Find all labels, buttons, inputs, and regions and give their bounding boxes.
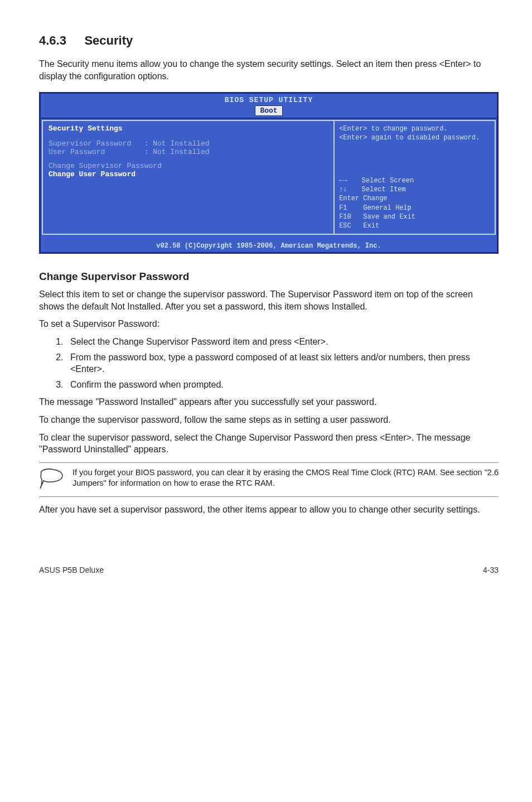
bios-change-user: Change User Password (49, 170, 328, 178)
bios-row-supervisor: Supervisor Password : Not Installed (49, 139, 328, 148)
note-icon (39, 467, 72, 492)
change-paragraph: To change the supervisor password, follo… (39, 414, 499, 426)
clear-paragraph: To clear the supervisor password, select… (39, 432, 499, 456)
bios-left-pane: Security Settings Supervisor Password : … (42, 120, 333, 235)
list-item: From the password box, type a password c… (66, 351, 499, 375)
bios-settings-heading: Security Settings (49, 124, 328, 133)
bios-help-keys: ←→ Select Screen ↑↓ Select Item Enter Ch… (339, 176, 490, 230)
help-select-screen: Select Screen (362, 177, 414, 185)
change-supervisor-heading: Change Supervisor Password (39, 270, 499, 283)
csp-paragraph-1: Select this item to set or change the su… (39, 288, 499, 312)
bios-user-value: : Not Installed (144, 148, 210, 156)
arrows-ud-icon: ↑↓ (339, 185, 354, 194)
page-footer: ASUS P5B Deluxe 4-33 (39, 566, 499, 574)
section-title: Security (84, 33, 133, 48)
arrows-lr-icon: ←→ (339, 176, 354, 185)
after-note-paragraph: After you have set a supervisor password… (39, 504, 499, 516)
help-f1-key: F1 (339, 204, 347, 212)
bios-right-pane: <Enter> to change password. <Enter> agai… (333, 120, 496, 235)
bios-tab-boot: Boot (255, 105, 282, 116)
bios-footer: v02.58 (C)Copyright 1985-2006, American … (41, 242, 497, 250)
bios-supervisor-label: Supervisor Password (49, 139, 131, 148)
footer-left: ASUS P5B Deluxe (39, 566, 104, 574)
section-number: 4.6.3 (39, 33, 66, 48)
bios-user-label: User Password (49, 148, 105, 156)
help-f1: General Help (363, 204, 411, 212)
bios-screenshot: BIOS SETUP UTILITY Boot Security Setting… (39, 92, 499, 254)
note-text: If you forget your BIOS password, you ca… (72, 467, 499, 489)
help-esc: Exit (363, 222, 379, 230)
bios-supervisor-value: : Not Installed (144, 139, 210, 148)
help-enter-key: Enter (339, 195, 359, 202)
bios-help-text: <Enter> to change password. <Enter> agai… (339, 124, 490, 142)
help-enter: Change (363, 195, 387, 202)
csp-paragraph-2: To set a Supervisor Password: (39, 318, 499, 330)
section-heading: 4.6.3 Security (39, 33, 499, 48)
bios-tab-row: Boot (41, 105, 497, 116)
steps-list: Select the Change Supervisor Password it… (39, 336, 499, 390)
list-item: Select the Change Supervisor Password it… (66, 336, 499, 348)
footer-right: 4-33 (483, 566, 499, 574)
lead-paragraph: The Security menu items allow you to cha… (39, 58, 499, 82)
help-f10: Save and Exit (363, 213, 415, 221)
list-item: Confirm the password when prompted. (66, 379, 499, 391)
help-esc-key: ESC (339, 222, 351, 230)
note-block: If you forget your BIOS password, you ca… (39, 462, 499, 497)
help-select-item: Select Item (362, 186, 406, 194)
help-f10-key: F10 (339, 213, 351, 221)
after-steps-paragraph: The message "Password Installed" appears… (39, 396, 499, 408)
bios-change-supervisor: Change Supervisor Password (49, 162, 328, 170)
bios-row-user: User Password : Not Installed (49, 148, 328, 156)
bios-title: BIOS SETUP UTILITY (41, 94, 497, 104)
